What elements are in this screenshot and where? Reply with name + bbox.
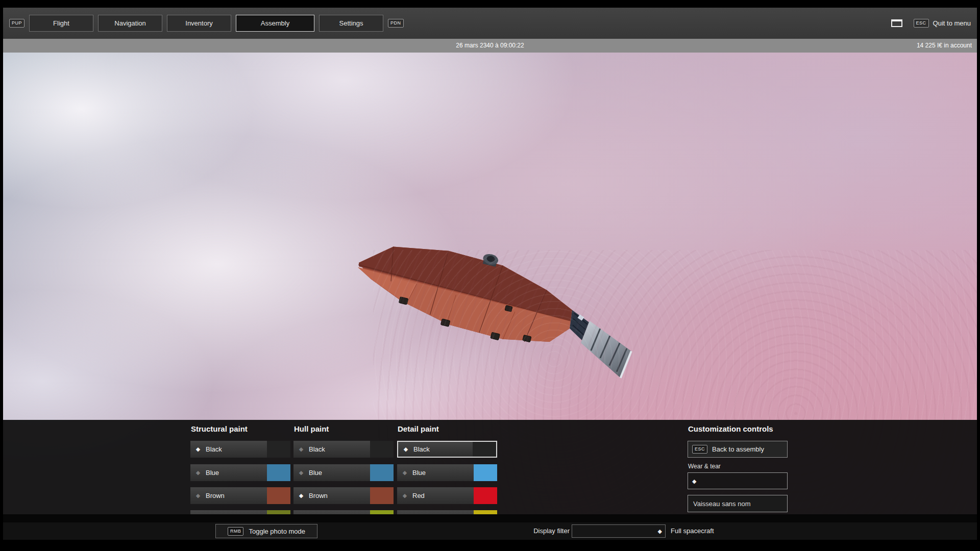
toggle-photo-mode-label: Toggle photo mode: [249, 528, 305, 535]
quit-to-menu-button[interactable]: ESC Quit to menu: [914, 19, 971, 28]
account-balance: 14 225 I€ in account: [917, 39, 972, 53]
paint-option-label: Blue: [309, 469, 322, 477]
customization-title: Customization controls: [688, 424, 773, 433]
detail-paint-option-blue[interactable]: ◆ Blue: [397, 464, 497, 481]
slider-knob-icon[interactable]: ◆: [692, 478, 696, 484]
hull-paint-option-black[interactable]: ◆ Black: [293, 441, 394, 458]
color-swatch: [370, 464, 394, 481]
selected-diamond-icon: ◆: [293, 469, 309, 476]
color-swatch: [267, 441, 290, 458]
hull-paint-option-brown[interactable]: ◆ Brown: [293, 487, 394, 504]
color-swatch: [267, 464, 290, 481]
paint-option-label: Blue: [206, 469, 219, 477]
back-to-assembly-label: Back to assembly: [712, 445, 764, 453]
tab-settings[interactable]: Settings: [319, 15, 383, 32]
color-swatch: [474, 510, 497, 514]
tab-navigation[interactable]: Navigation: [98, 15, 162, 32]
color-swatch: [370, 441, 394, 458]
tab-inventory[interactable]: Inventory: [167, 15, 231, 32]
wear-tear-slider[interactable]: ◆: [688, 472, 788, 489]
selected-diamond-icon: ◆: [397, 492, 412, 499]
selected-diamond-icon: ◆: [293, 492, 309, 499]
detail-paint-option-red[interactable]: ◆ Red: [397, 487, 497, 504]
tab-flight[interactable]: Flight: [29, 15, 93, 32]
paint-panel: Structural paint ◆ Black ◆ Blue ◆ Brown …: [3, 420, 977, 514]
structural-paint-option-blue[interactable]: ◆ Blue: [190, 464, 290, 481]
paint-option-label: Brown: [309, 492, 328, 499]
status-strip: 26 mars 2340 à 09:00:22 14 225 I€ in acc…: [3, 39, 977, 53]
paint-option-label: Black: [206, 445, 222, 453]
display-filter-label: Display filter: [524, 522, 570, 540]
tab-assembly[interactable]: Assembly: [236, 15, 314, 32]
page-down-key-hint: PDN: [388, 19, 404, 28]
esc-key-hint: ESC: [914, 19, 929, 28]
selected-diamond-icon: ◆: [293, 446, 309, 453]
structural-paint-option-partial[interactable]: ◆: [190, 510, 290, 514]
window-icon: [891, 19, 902, 27]
esc-key-hint: ESC: [692, 445, 707, 454]
top-nav-bar: PUP Flight Navigation Inventory Assembly…: [3, 8, 977, 39]
game-window: PUP Flight Navigation Inventory Assembly…: [3, 8, 977, 540]
spacecraft-render: [351, 212, 678, 380]
spacecraft: [351, 212, 678, 380]
display-filter-value: Full spacecraft: [671, 522, 714, 540]
color-swatch: [370, 510, 394, 514]
paint-option-label: Black: [309, 445, 325, 453]
selected-diamond-icon: ◆: [398, 446, 413, 453]
color-swatch: [370, 487, 394, 504]
detail-paint-option-partial[interactable]: ◆: [397, 510, 497, 514]
detail-paint-title: Detail paint: [398, 424, 439, 433]
hull-paint-column: Hull paint ◆ Black ◆ Blue ◆ Brown ◆: [293, 420, 394, 514]
structural-paint-option-black[interactable]: ◆ Black: [190, 441, 290, 458]
ship-name-input[interactable]: [688, 495, 788, 512]
hull-paint-title: Hull paint: [294, 424, 329, 433]
color-swatch: [473, 442, 496, 457]
window-mode-button[interactable]: [888, 17, 905, 30]
customization-controls: Customization controls ESC Back to assem…: [688, 420, 788, 514]
selected-diamond-icon: ◆: [190, 469, 206, 476]
back-to-assembly-button[interactable]: ESC Back to assembly: [688, 441, 788, 458]
panel-divider: [3, 514, 977, 522]
selected-diamond-icon: ◆: [190, 492, 206, 499]
detail-paint-column: Detail paint ◆ Black ◆ Blue ◆ Red ◆: [397, 420, 497, 514]
structural-paint-column: Structural paint ◆ Black ◆ Blue ◆ Brown …: [190, 420, 290, 514]
paint-option-label: Red: [412, 492, 425, 499]
paint-option-label: Black: [413, 445, 430, 453]
paint-option-label: Blue: [412, 469, 426, 477]
color-swatch: [474, 487, 497, 504]
display-filter-slider[interactable]: ◆: [572, 524, 666, 538]
structural-paint-option-brown[interactable]: ◆ Brown: [190, 487, 290, 504]
selected-diamond-icon: ◆: [397, 469, 412, 476]
bottom-action-bar: RMB Toggle photo mode Display filter ◆ F…: [3, 522, 977, 540]
top-bar-right-group: ESC Quit to menu: [888, 17, 971, 30]
paint-option-label: Brown: [206, 492, 225, 499]
toggle-photo-mode-button[interactable]: RMB Toggle photo mode: [215, 524, 317, 538]
game-datetime: 26 mars 2340 à 09:00:22: [3, 39, 977, 53]
color-swatch: [474, 464, 497, 481]
rmb-key-hint: RMB: [228, 527, 244, 536]
selected-diamond-icon: ◆: [190, 446, 206, 453]
quit-to-menu-label: Quit to menu: [933, 19, 971, 27]
hull-paint-option-blue[interactable]: ◆ Blue: [293, 464, 394, 481]
structural-paint-title: Structural paint: [191, 424, 248, 433]
page-up-key-hint: PUP: [9, 19, 24, 28]
color-swatch: [267, 510, 290, 514]
detail-paint-option-black[interactable]: ◆ Black: [397, 441, 497, 458]
hull-paint-option-partial[interactable]: ◆: [293, 510, 394, 514]
wear-tear-label: Wear & tear: [688, 463, 721, 470]
slider-knob-icon[interactable]: ◆: [658, 528, 662, 535]
color-swatch: [267, 487, 290, 504]
